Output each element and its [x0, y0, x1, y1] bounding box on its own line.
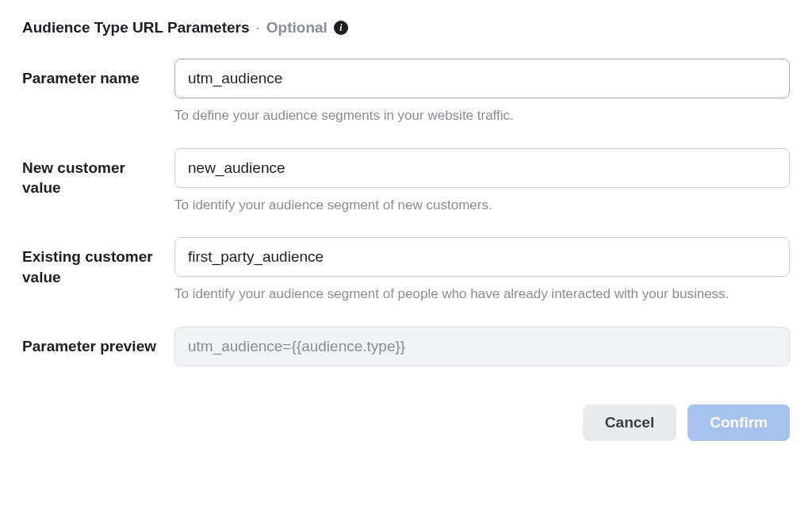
label-parameter-name: Parameter name: [22, 59, 174, 89]
confirm-button[interactable]: Confirm: [688, 404, 790, 441]
optional-label: Optional: [266, 19, 327, 36]
label-existing-customer-value: Existing customer value: [22, 237, 174, 287]
help-existing-customer-value: To identify your audience segment of peo…: [174, 285, 790, 305]
row-parameter-preview: Parameter preview utm_audience={{audienc…: [22, 327, 790, 366]
separator-dot: ·: [256, 19, 260, 36]
cancel-button[interactable]: Cancel: [583, 404, 676, 441]
row-new-customer-value: New customer value To identify your audi…: [22, 148, 790, 230]
help-new-customer-value: To identify your audience segment of new…: [174, 196, 790, 216]
label-parameter-preview: Parameter preview: [22, 327, 174, 357]
row-existing-customer-value: Existing customer value To identify your…: [22, 237, 790, 319]
help-parameter-name: To define your audience segments in your…: [174, 106, 790, 126]
button-row: Cancel Confirm: [22, 404, 790, 441]
section-header: Audience Type URL Parameters · Optional …: [22, 19, 790, 36]
input-parameter-name[interactable]: [174, 59, 790, 98]
section-title: Audience Type URL Parameters: [22, 19, 250, 36]
label-new-customer-value: New customer value: [22, 148, 174, 198]
info-icon[interactable]: i: [334, 21, 348, 35]
input-existing-customer-value[interactable]: [174, 237, 790, 277]
input-new-customer-value[interactable]: [174, 148, 790, 188]
preview-parameter: utm_audience={{audience.type}}: [174, 327, 790, 366]
row-parameter-name: Parameter name To define your audience s…: [22, 59, 790, 140]
